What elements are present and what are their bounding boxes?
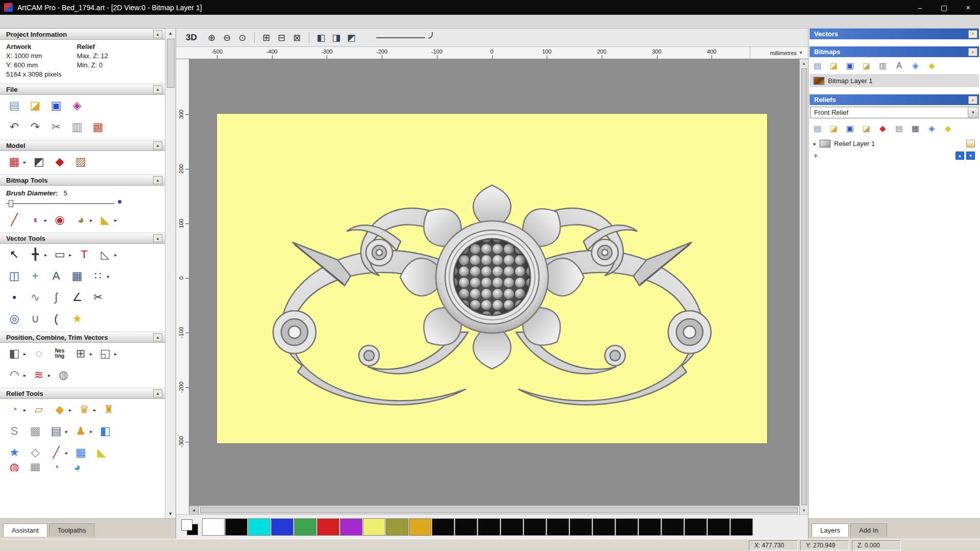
offset-vector-icon[interactable]: ◫ xyxy=(6,268,22,284)
add-draft-icon[interactable]: ◆ xyxy=(52,154,68,170)
relief-clipped-icon-3[interactable]: ◔ xyxy=(48,463,64,471)
palette-swatch[interactable] xyxy=(616,518,638,536)
star-relief-icon[interactable]: ★ xyxy=(6,444,22,461)
relief-layer-item[interactable]: ▸ Relief Layer 1 xyxy=(810,137,979,150)
measure-tool-icon[interactable]: ◺ xyxy=(97,246,113,263)
palette-swatch[interactable] xyxy=(225,518,248,536)
zoom-fit-icon[interactable]: ⊟ xyxy=(275,31,289,44)
palette-swatch[interactable] xyxy=(524,518,546,536)
swept-profile-icon[interactable]: S xyxy=(6,423,22,439)
bezier-curve-icon[interactable]: ∫ xyxy=(48,289,64,306)
copy-icon[interactable]: ▥ xyxy=(69,119,85,135)
new-bitmap-icon[interactable]: ▤ xyxy=(811,60,824,71)
3d-view-button[interactable]: 3D xyxy=(182,32,201,43)
ruby-relief-icon[interactable]: ◆ xyxy=(876,122,890,134)
open-model-icon[interactable]: ◪ xyxy=(27,97,43,114)
move-layer-down-button[interactable]: ▼ xyxy=(966,152,975,160)
lock-bitmap-icon[interactable]: ◈ xyxy=(909,60,922,71)
circular-copy-icon[interactable]: ◌ xyxy=(31,345,47,362)
flyout-arrow-icon[interactable]: ▸ xyxy=(93,407,96,413)
redo-icon[interactable]: ↷ xyxy=(27,119,43,135)
group-vectors-icon[interactable]: ◱ xyxy=(97,345,113,362)
scrollbar-left-icon[interactable]: ◂ xyxy=(189,506,199,514)
import-bitmap-icon[interactable]: ◪ xyxy=(860,60,873,71)
section-header-position-combine-trim[interactable]: Position, Combine, Trim Vectors ▲ xyxy=(0,332,165,343)
minimize-button[interactable]: – xyxy=(908,0,932,15)
paint-icon[interactable]: ╱ xyxy=(6,212,22,228)
flyout-arrow-icon[interactable]: ▸ xyxy=(69,407,71,413)
create-point-icon[interactable]: • xyxy=(6,289,22,306)
zoom-in-icon[interactable]: ⊕ xyxy=(205,31,219,44)
flyout-arrow-icon[interactable]: ▸ xyxy=(65,450,68,456)
flyout-arrow-icon[interactable]: ▸ xyxy=(48,372,51,378)
flyout-arrow-icon[interactable]: ▸ xyxy=(44,252,47,258)
cut-icon[interactable]: ✂ xyxy=(48,119,64,135)
close-button[interactable]: × xyxy=(956,0,980,15)
palette-swatch[interactable] xyxy=(294,518,316,536)
line-width-widget[interactable] xyxy=(376,34,433,41)
collapse-icon[interactable]: ▲ xyxy=(153,389,162,397)
lock-relief-icon[interactable]: ◈ xyxy=(925,122,939,134)
flyout-arrow-icon[interactable]: ▸ xyxy=(114,217,117,223)
palette-swatch[interactable] xyxy=(386,518,408,536)
flyout-arrow-icon[interactable]: ▸ xyxy=(107,273,110,279)
canvas-v-scrollbar[interactable]: ▲ ▼ xyxy=(799,59,808,514)
palette-swatch[interactable] xyxy=(363,518,385,536)
palette-swatch[interactable] xyxy=(639,518,661,536)
array-copies-icon[interactable]: ∷ xyxy=(90,268,106,284)
paint-selective-icon[interactable]: ◖ xyxy=(27,212,43,228)
slider-thumb[interactable] xyxy=(9,200,13,207)
new-model-icon[interactable]: ▤ xyxy=(6,97,22,114)
star-tool-icon[interactable]: ★ xyxy=(69,311,85,327)
text-tool-icon[interactable]: T xyxy=(76,246,92,263)
flyout-arrow-icon[interactable]: ▸ xyxy=(23,159,26,165)
reliefs-header[interactable]: Reliefs ▲ xyxy=(810,94,979,105)
dropdown-arrow-icon[interactable]: ▼ xyxy=(968,107,978,118)
nesting-icon[interactable]: Nes ting xyxy=(52,345,68,362)
extrude-relief-icon[interactable]: ▱ xyxy=(31,402,47,418)
envelope-relief-icon[interactable]: ◧ xyxy=(97,423,113,439)
flood-fill-icon[interactable]: ◣ xyxy=(97,212,113,228)
transform-vectors-icon[interactable]: ╋ xyxy=(27,246,43,263)
offset-relief-icon[interactable]: ▤ xyxy=(48,423,64,439)
flyout-arrow-icon[interactable]: ▸ xyxy=(69,252,71,258)
paste-icon[interactable]: ▦ xyxy=(90,119,106,135)
bitmap-to-vector-icon[interactable]: A xyxy=(892,60,906,71)
palette-swatch[interactable] xyxy=(707,518,730,536)
move-layer-up-button[interactable]: ▲ xyxy=(955,152,964,160)
collapse-icon[interactable]: ▲ xyxy=(968,48,977,56)
tab-layers[interactable]: Layers xyxy=(812,523,849,537)
undo-icon[interactable]: ↶ xyxy=(6,119,22,135)
turn-relief-icon[interactable]: ♛ xyxy=(76,402,92,418)
section-header-project-information[interactable]: Project Information ▲ xyxy=(0,29,165,40)
model-area[interactable] xyxy=(217,114,767,443)
flyout-arrow-icon[interactable]: ▸ xyxy=(23,407,26,413)
texture-tool-icon[interactable]: ♟ xyxy=(72,423,89,439)
section-header-bitmap-tools[interactable]: Bitmap Tools ▲ xyxy=(0,174,165,186)
new-bitmap-layer-icon[interactable]: ◆ xyxy=(925,60,939,71)
view-previous-icon[interactable]: ◧ xyxy=(314,31,328,44)
h-scrollbar-thumb[interactable] xyxy=(200,507,798,513)
collapse-icon[interactable]: ▲ xyxy=(153,234,162,242)
scrollbar-thumb[interactable] xyxy=(167,39,175,88)
expander-icon[interactable]: ▸ xyxy=(814,141,816,146)
rectangle-tool-icon[interactable]: ▭ xyxy=(52,246,68,263)
shape-editor-icon[interactable]: ◔ xyxy=(6,402,22,418)
tab-toolpaths[interactable]: Toolpaths xyxy=(49,523,95,537)
vectors-header[interactable]: Vectors ▼ xyxy=(810,29,979,39)
trim-vectors-icon[interactable]: ✂ xyxy=(90,289,106,306)
zoom-page-icon[interactable]: ⊠ xyxy=(290,31,304,44)
add-relief-layer-button[interactable]: + xyxy=(814,152,818,160)
flyout-arrow-icon[interactable]: ▸ xyxy=(90,217,92,223)
flyout-arrow-icon[interactable]: ▸ xyxy=(90,429,92,434)
palette-swatch[interactable] xyxy=(202,518,225,536)
flyout-arrow-icon[interactable]: ▸ xyxy=(90,351,92,357)
new-relief-icon[interactable]: ▤ xyxy=(811,122,824,134)
collapse-icon[interactable]: ▲ xyxy=(968,96,977,104)
new-relief-layer-icon[interactable]: ◆ xyxy=(941,122,955,134)
palette-swatch[interactable] xyxy=(730,518,753,536)
scroll-down-icon[interactable]: ▼ xyxy=(168,509,173,518)
save-model-icon[interactable]: ▣ xyxy=(48,97,64,114)
flyout-arrow-icon[interactable]: ▸ xyxy=(114,351,117,357)
greyscale-model-icon[interactable]: ▨ xyxy=(72,154,89,170)
